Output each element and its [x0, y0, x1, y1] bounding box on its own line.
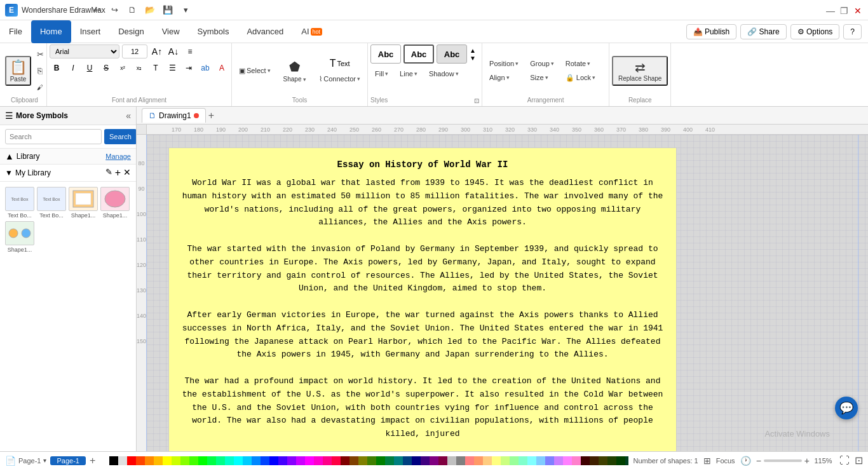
menu-insert[interactable]: Insert [71, 20, 110, 43]
color-swatch[interactable] [127, 456, 136, 465]
group-dropdown[interactable]: Group ▾ [526, 57, 559, 70]
shape-dropdown[interactable]: ⬟ Shape ▾ [278, 57, 313, 85]
lock-dropdown[interactable]: 🔒 Lock ▾ [561, 71, 600, 85]
indent-btn[interactable]: ⇥ [182, 61, 196, 75]
color-swatch[interactable] [261, 456, 269, 465]
position-dropdown[interactable]: Position ▾ [485, 57, 523, 70]
color-swatch[interactable] [447, 456, 456, 465]
search-btn[interactable]: Search [104, 129, 137, 144]
style-box-3[interactable]: Abc [437, 44, 467, 64]
color-swatch[interactable] [100, 456, 109, 465]
align-dropdown[interactable]: Align ▾ [485, 71, 523, 84]
fit-page-btn[interactable]: ⛶ [839, 455, 850, 466]
select-dropdown[interactable]: ▣ Select ▾ [234, 64, 275, 78]
styles-expand[interactable]: ⊡ [474, 97, 479, 104]
highlight-btn[interactable]: ab [198, 61, 212, 75]
edit-library-icon[interactable]: ✎ [105, 167, 112, 179]
size-dropdown[interactable]: Size ▾ [526, 71, 559, 84]
color-swatch[interactable] [225, 456, 234, 465]
add-page-btn[interactable]: + [90, 455, 95, 466]
drawing1-tab[interactable]: 🗋 Drawing1 [142, 108, 206, 123]
color-swatch[interactable] [136, 456, 145, 465]
color-swatch[interactable] [536, 456, 545, 465]
line-dropdown[interactable]: Line ▾ [395, 67, 422, 80]
focus-label[interactable]: Focus [716, 457, 735, 465]
color-swatch[interactable] [385, 456, 394, 465]
color-swatch[interactable] [269, 456, 278, 465]
color-swatch[interactable] [145, 456, 154, 465]
connector-dropdown[interactable]: ⌇ Connector ▾ [315, 72, 365, 86]
menu-advanced[interactable]: Advanced [238, 20, 292, 43]
share-btn[interactable]: 🔗 Share [740, 24, 786, 39]
open-btn[interactable]: 📂 [142, 3, 158, 18]
panel-collapse-btn[interactable]: « [126, 111, 131, 121]
close-library-icon[interactable]: ✕ [123, 167, 131, 179]
color-swatch[interactable] [358, 456, 367, 465]
color-swatch[interactable] [287, 456, 296, 465]
canvas-container[interactable]: 80 90 100 110 120 130 140 150 Essay on H… [137, 135, 868, 451]
add-library-icon[interactable]: + [115, 167, 121, 179]
color-swatch[interactable] [501, 456, 510, 465]
copy-btn[interactable]: ⎘ [32, 63, 48, 78]
text-style-btn[interactable]: T [149, 61, 163, 75]
color-swatch[interactable] [332, 456, 341, 465]
menu-home[interactable]: Home [31, 20, 71, 43]
color-swatch[interactable] [421, 456, 430, 465]
color-swatch[interactable] [172, 456, 180, 465]
menu-ai[interactable]: AIhot [292, 20, 331, 43]
color-swatch[interactable] [554, 456, 563, 465]
underline-btn[interactable]: U [83, 61, 97, 75]
color-swatch[interactable] [376, 456, 385, 465]
color-swatch[interactable] [118, 456, 127, 465]
color-swatch[interactable] [492, 456, 501, 465]
font-size-input[interactable] [122, 44, 147, 58]
color-swatch[interactable] [519, 456, 527, 465]
style-box-2[interactable]: Abc [403, 44, 434, 64]
color-swatch[interactable] [527, 456, 536, 465]
options-btn[interactable]: ⚙ Options [790, 24, 840, 39]
color-swatch[interactable] [189, 456, 198, 465]
fill-dropdown[interactable]: Fill ▾ [370, 67, 393, 80]
color-swatch[interactable] [198, 456, 207, 465]
style-scroll[interactable]: ▲ ▼ [470, 47, 476, 62]
color-swatch[interactable] [296, 456, 305, 465]
color-swatch[interactable] [607, 456, 616, 465]
shadow-dropdown[interactable]: Shadow ▾ [424, 67, 463, 80]
thumbnail-3[interactable]: Shape1... [69, 187, 98, 219]
color-swatch[interactable] [599, 456, 607, 465]
strikethrough-btn[interactable]: S [99, 61, 113, 75]
bold-btn[interactable]: B [50, 61, 64, 75]
add-tab-btn[interactable]: + [208, 110, 214, 121]
color-swatch[interactable] [109, 456, 118, 465]
paste-btn[interactable]: 📋 Paste [5, 56, 31, 86]
minimize-btn[interactable]: — [826, 6, 835, 15]
cut-btn[interactable]: ✂ [32, 46, 48, 62]
color-swatch[interactable] [438, 456, 447, 465]
color-swatch[interactable] [305, 456, 314, 465]
redo-btn[interactable]: ↪ [107, 3, 122, 18]
color-swatch[interactable] [465, 456, 474, 465]
thumbnail-4[interactable]: Shape1... [100, 187, 130, 219]
replace-shape-btn[interactable]: ⇄ Replace Shape [612, 56, 668, 86]
color-swatch[interactable] [163, 456, 172, 465]
zoom-out-btn[interactable]: − [756, 456, 761, 466]
save-btn[interactable]: 💾 [160, 3, 175, 18]
close-btn[interactable]: ✕ [854, 6, 863, 15]
list-btn[interactable]: ☰ [165, 61, 179, 75]
color-swatch[interactable] [403, 456, 412, 465]
color-swatch[interactable] [314, 456, 323, 465]
superscript-btn[interactable]: x² [116, 61, 130, 75]
undo-btn[interactable]: ↩ [89, 3, 104, 18]
color-swatch[interactable] [367, 456, 376, 465]
color-swatch[interactable] [216, 456, 225, 465]
manage-link[interactable]: Manage [105, 153, 131, 160]
help-btn[interactable]: ? [843, 24, 862, 39]
layers-icon[interactable]: ⊞ [703, 456, 711, 466]
menu-symbols[interactable]: Symbols [189, 20, 238, 43]
color-swatch[interactable] [252, 456, 261, 465]
chat-btn[interactable]: 💬 [835, 397, 858, 419]
color-swatch[interactable] [180, 456, 189, 465]
color-swatch[interactable] [207, 456, 216, 465]
color-swatch[interactable] [616, 456, 625, 465]
color-swatch[interactable] [510, 456, 519, 465]
